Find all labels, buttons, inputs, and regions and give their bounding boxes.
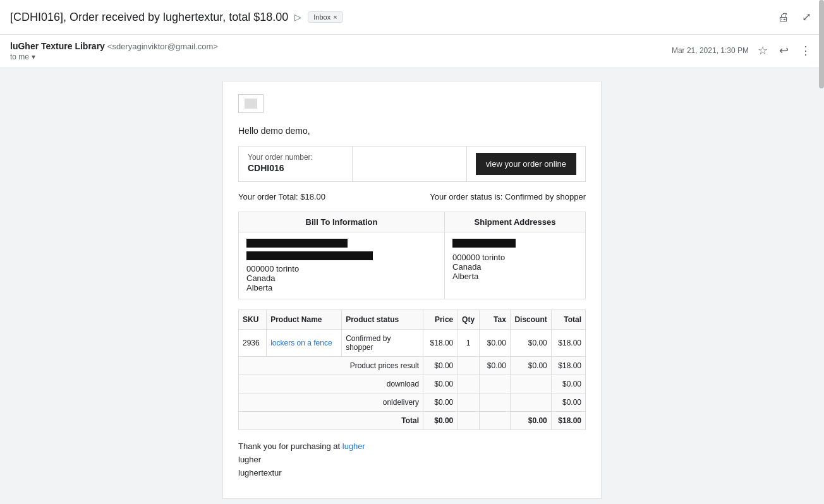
star-button[interactable]: ☆: [755, 41, 770, 60]
col-tax: Tax: [479, 310, 510, 330]
more-button[interactable]: ⋮: [797, 41, 814, 60]
popout-button[interactable]: ⤢: [799, 8, 814, 27]
prices-result-discount: $0.00: [510, 357, 551, 375]
more-icon: ⋮: [800, 44, 811, 57]
table-row: Total $0.00 $0.00 $18.00: [239, 412, 586, 430]
reply-icon: ↩: [779, 44, 789, 57]
email-body-wrapper: Hello demo demo, Your order number: CDHI…: [0, 68, 824, 504]
footer-line2: lughertextur: [238, 467, 586, 480]
order-info-row: Your order number: CDHI016 view your ord…: [238, 146, 586, 182]
view-order-button[interactable]: view your order online: [476, 153, 576, 175]
thank-you-link[interactable]: lugher: [342, 441, 365, 451]
product-price: $18.00: [423, 330, 457, 357]
ship-city: 000000 torinto: [452, 253, 578, 262]
col-product-status: Product status: [342, 310, 423, 330]
subject-text: [CDHI016], Order received by lughertextu…: [10, 11, 288, 24]
inbox-badge[interactable]: Inbox ×: [308, 11, 342, 23]
onldelivery-label: onldelivery: [239, 393, 423, 412]
ship-to-cell: 000000 torinto Canada Alberta: [445, 232, 586, 299]
sender-name-line: luGher Texture Library <sderyaginviktor@…: [10, 41, 218, 51]
bill-to-cell: 000000 torinto Canada Alberta: [239, 232, 445, 299]
col-product-name: Product Name: [267, 310, 342, 330]
sender-email: <sderyaginviktor@gmail.com>: [107, 42, 218, 51]
prices-result-total: $18.00: [551, 357, 585, 375]
order-total-label: Your order Total: $18.00: [238, 192, 325, 201]
print-button[interactable]: 🖨: [775, 8, 792, 27]
product-tax: $0.00: [479, 330, 510, 357]
col-qty: Qty: [457, 310, 480, 330]
badge-label: Inbox: [313, 13, 330, 21]
greeting: Hello demo demo,: [238, 126, 586, 136]
thank-you-section: Thank you for purchasing at lugher lughe…: [238, 440, 586, 479]
print-icon: 🖨: [778, 11, 789, 23]
download-price: $0.00: [423, 375, 457, 393]
table-row: Product prices result $0.00 $0.00 $0.00 …: [239, 357, 586, 375]
star-icon: ☆: [758, 44, 768, 57]
email-header: [CDHI016], Order received by lughertextu…: [0, 0, 824, 35]
col-discount: Discount: [510, 310, 551, 330]
logo: [238, 94, 264, 113]
col-total: Total: [551, 310, 585, 330]
table-row: download $0.00 $0.00: [239, 375, 586, 393]
onldelivery-price: $0.00: [423, 393, 457, 412]
product-qty: 1: [457, 330, 480, 357]
badge-close[interactable]: ×: [333, 13, 337, 21]
scrollbar[interactable]: [819, 0, 824, 504]
thank-you-line: Thank you for purchasing at lugher: [238, 440, 586, 453]
order-number-label: Your order number:: [248, 153, 343, 162]
table-row: onldelivery $0.00 $0.00: [239, 393, 586, 412]
forward-icon: ▷: [294, 12, 301, 22]
total-total: $18.00: [551, 412, 585, 430]
sender-row: luGher Texture Library <sderyaginviktor@…: [0, 35, 824, 68]
onldelivery-total: $0.00: [551, 393, 585, 412]
logo-icon: [245, 99, 257, 109]
col-price: Price: [423, 310, 457, 330]
order-number-cell: Your order number: CDHI016: [239, 147, 353, 181]
order-middle-cell: [353, 147, 467, 181]
bill-to-header: Bill To Information: [239, 212, 445, 232]
sender-info-area: luGher Texture Library <sderyaginviktor@…: [10, 41, 218, 61]
email-content: Hello demo demo, Your order number: CDHI…: [222, 81, 602, 499]
redacted-address-bill: [246, 251, 373, 260]
svg-rect-0: [245, 99, 257, 109]
email-date: Mar 21, 2021, 1:30 PM: [672, 46, 749, 55]
address-table: Bill To Information Shipment Addresses 0…: [238, 212, 586, 299]
product-sku: 2936: [239, 330, 267, 357]
download-total: $0.00: [551, 375, 585, 393]
total-price: $0.00: [423, 412, 457, 430]
sender-name: luGher Texture Library: [10, 41, 105, 51]
order-number-value: CDHI016: [248, 163, 343, 173]
ship-province: Alberta: [452, 272, 578, 281]
product-status-cell: Confirmed by shopper: [342, 330, 423, 357]
view-order-cell: view your order online: [467, 147, 585, 181]
product-total: $18.00: [551, 330, 585, 357]
prices-result-label: Product prices result: [239, 357, 423, 375]
to-me-label[interactable]: to me ▾: [10, 52, 218, 61]
bill-province: Alberta: [246, 283, 437, 292]
total-label: Total: [239, 412, 423, 430]
col-sku: SKU: [239, 310, 267, 330]
reply-button[interactable]: ↩: [777, 41, 791, 60]
redacted-name-bill: [246, 239, 348, 248]
order-status-label: Your order status is: Confirmed by shopp…: [430, 192, 586, 201]
thank-you-text: Thank you for purchasing at: [238, 441, 342, 451]
bill-country: Canada: [246, 273, 437, 283]
chevron-down-icon: ▾: [32, 52, 35, 61]
sender-info: luGher Texture Library <sderyaginviktor@…: [10, 41, 218, 61]
products-table: SKU Product Name Product status Price Qt…: [238, 309, 586, 430]
footer-line1: lugher: [238, 453, 586, 467]
prices-result-price: $0.00: [423, 357, 457, 375]
subject-actions: 🖨 ⤢: [775, 8, 814, 27]
product-discount: $0.00: [510, 330, 551, 357]
product-link[interactable]: lockers on a fence: [270, 339, 332, 347]
product-name-cell: lockers on a fence: [267, 330, 342, 357]
bill-city: 000000 torinto: [246, 264, 437, 273]
redacted-name-ship: [452, 239, 516, 248]
order-summary-row: Your order Total: $18.00 Your order stat…: [238, 192, 586, 201]
table-row: 2936 lockers on a fence Confirmed by sho…: [239, 330, 586, 357]
ship-country: Canada: [452, 262, 578, 272]
download-label: download: [239, 375, 423, 393]
total-discount: $0.00: [510, 412, 551, 430]
scrollbar-thumb[interactable]: [819, 0, 824, 88]
meta-actions: Mar 21, 2021, 1:30 PM ☆ ↩ ⋮: [672, 41, 814, 60]
